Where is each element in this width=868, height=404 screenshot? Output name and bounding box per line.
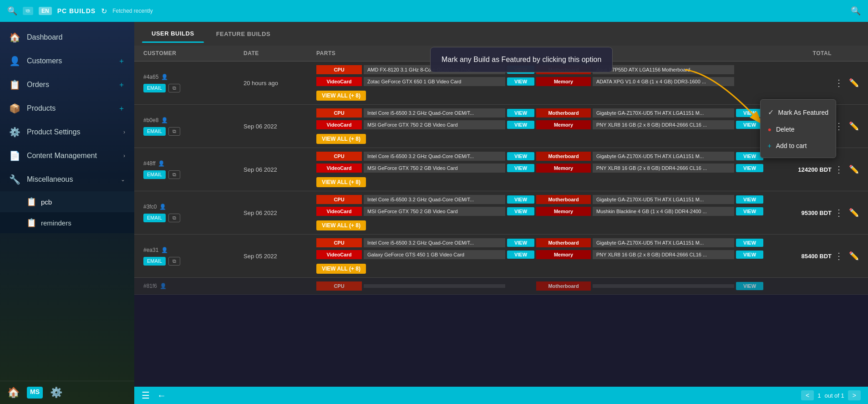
view-vc-button[interactable]: VIEW bbox=[507, 121, 534, 129]
sidebar-item-content-management[interactable]: 📄 Content Management › bbox=[0, 144, 134, 168]
email-button[interactable]: EMAIL bbox=[143, 127, 166, 136]
sidebar-item-orders[interactable]: 📋 Orders ＋ bbox=[0, 73, 134, 97]
tab-feature-builds[interactable]: FEATURE BUILDS bbox=[206, 25, 280, 43]
action-btns: EMAIL ⧉ bbox=[143, 170, 244, 179]
tab-user-builds[interactable]: USER BUILDS bbox=[142, 25, 204, 43]
settings-bottom-icon[interactable]: ⚙️ bbox=[50, 387, 62, 399]
view-mb-button[interactable]: VIEW bbox=[736, 239, 763, 247]
mb-label: Motherboard bbox=[536, 152, 591, 161]
next-page-button[interactable]: > bbox=[848, 390, 861, 400]
build-row-top: #3fc0 👤 EMAIL ⧉ Sep 06 2022 CPU Intel Co… bbox=[134, 191, 868, 234]
more-options-button[interactable]: ⋮ bbox=[832, 162, 845, 177]
view-mb-button[interactable]: VIEW bbox=[736, 195, 763, 204]
view-mb-button[interactable]: VIEW bbox=[736, 282, 763, 290]
sidebar-item-dashboard[interactable]: 🏠 Dashboard bbox=[0, 26, 134, 49]
email-button[interactable]: EMAIL bbox=[143, 214, 166, 222]
top-bar: 🔍 বাং EN PC BUILDS ↻ Fetched recently 🔍 bbox=[0, 0, 868, 22]
view-cpu-button[interactable]: VIEW bbox=[507, 195, 534, 204]
edit-button[interactable]: ✏️ bbox=[849, 121, 859, 131]
ctx-delete-label: Delete bbox=[776, 126, 794, 133]
prev-page-button[interactable]: < bbox=[801, 390, 814, 400]
back-icon[interactable]: ← bbox=[157, 390, 166, 401]
sidebar-item-label: Dashboard bbox=[27, 33, 125, 41]
bottom-bar: ☰ ← < 1 out of 1 > bbox=[134, 387, 868, 404]
add-icon-orders[interactable]: ＋ bbox=[118, 80, 125, 90]
view-vc-button[interactable]: VIEW bbox=[507, 207, 534, 215]
sidebar-item-pcb[interactable]: 📋 pcb bbox=[0, 191, 134, 212]
view-cpu-button[interactable]: VIEW bbox=[507, 109, 534, 117]
sidebar-item-miscellaneous[interactable]: 🔧 Miscellaneous ⌄ bbox=[0, 168, 134, 191]
ms-icon[interactable]: MS bbox=[27, 387, 43, 399]
ctx-delete[interactable]: ● Delete bbox=[761, 121, 836, 138]
videocard-value: MSI GeForce GTX 750 2 GB Video Card bbox=[364, 207, 505, 216]
parts-cell: CPU Motherboard VIEW bbox=[316, 281, 763, 291]
copy-button[interactable]: ⧉ bbox=[168, 257, 180, 266]
part-row: CPU Intel Core i5-6500 3.2 GHz Quad-Core… bbox=[316, 195, 763, 204]
top-bar-right: 🔍 bbox=[851, 6, 861, 16]
action-btns: EMAIL ⧉ bbox=[143, 257, 244, 266]
sidebar-item-customers[interactable]: 👤 Customers ＋ bbox=[0, 49, 134, 73]
cpu-value: Intel Core i5-6500 3.2 GHz Quad-Core OEM… bbox=[364, 108, 505, 118]
view-all-button[interactable]: VIEW ALL (+ 8) bbox=[316, 264, 366, 274]
context-menu: ✓ Mark As Featured ● Delete + Add to car… bbox=[760, 99, 837, 158]
action-btns: EMAIL ⧉ bbox=[143, 127, 244, 136]
parts-cell: CPU Intel Core i5-6500 3.2 GHz Quad-Core… bbox=[316, 195, 763, 230]
ctx-add-to-cart[interactable]: + Add to cart bbox=[761, 138, 836, 154]
view-all-button[interactable]: VIEW ALL (+ 8) bbox=[316, 177, 366, 187]
reminders-icon: 📋 bbox=[26, 218, 36, 228]
more-options-button[interactable]: ⋮ bbox=[832, 205, 845, 220]
page-current: 1 bbox=[817, 392, 821, 399]
tooltip-text: Mark any Build as Featured by clicking t… bbox=[442, 56, 601, 63]
view-vc-button[interactable]: VIEW bbox=[507, 164, 534, 172]
sidebar-item-label: Product Settings bbox=[27, 128, 117, 136]
ctx-mark-featured[interactable]: ✓ Mark As Featured bbox=[761, 103, 836, 121]
sidebar-item-product-settings[interactable]: ⚙️ Product Settings › bbox=[0, 120, 134, 144]
table-row: #3fc0 👤 EMAIL ⧉ Sep 06 2022 CPU Intel Co… bbox=[134, 191, 868, 235]
refresh-icon[interactable]: ↻ bbox=[101, 7, 107, 15]
product-settings-icon: ⚙️ bbox=[9, 127, 20, 138]
sidebar-nav: 🏠 Dashboard 👤 Customers ＋ 📋 Orders ＋ 📦 P… bbox=[0, 22, 134, 381]
add-icon[interactable]: ＋ bbox=[118, 56, 125, 66]
more-options-button[interactable]: ⋮ bbox=[832, 249, 845, 263]
email-button[interactable]: EMAIL bbox=[143, 170, 166, 179]
tooltip-bubble: Mark any Build as Featured by clicking t… bbox=[430, 47, 613, 72]
view-cpu-button[interactable]: VIEW bbox=[507, 239, 534, 247]
email-button[interactable]: EMAIL bbox=[143, 84, 166, 92]
add-icon-products[interactable]: ＋ bbox=[118, 104, 125, 113]
search-icon-right[interactable]: 🔍 bbox=[851, 6, 861, 15]
copy-button[interactable]: ⧉ bbox=[168, 84, 180, 92]
customer-cell: #4a65 👤 EMAIL ⧉ bbox=[143, 74, 244, 92]
view-cpu-button[interactable]: VIEW bbox=[507, 152, 534, 160]
view-mem-button[interactable]: VIEW bbox=[736, 164, 763, 172]
more-options-button[interactable]: ⋮ bbox=[832, 76, 845, 90]
view-mb-button[interactable]: VIEW bbox=[736, 152, 763, 160]
email-button[interactable]: EMAIL bbox=[143, 257, 166, 266]
plus-icon: + bbox=[768, 142, 772, 149]
view-vc-button[interactable]: VIEW bbox=[507, 77, 534, 86]
videocard-label: VideoCard bbox=[316, 207, 362, 216]
copy-button[interactable]: ⧉ bbox=[168, 127, 180, 136]
edit-button[interactable]: ✏️ bbox=[849, 78, 859, 88]
edit-button[interactable]: ✏️ bbox=[849, 208, 859, 218]
edit-button[interactable]: ✏️ bbox=[849, 251, 859, 261]
date-cell: 20 hours ago bbox=[244, 80, 316, 87]
view-all-button[interactable]: VIEW ALL (+ 8) bbox=[316, 134, 366, 144]
lang-bng-btn[interactable]: বাং bbox=[23, 7, 33, 15]
lang-en-btn[interactable]: EN bbox=[39, 7, 52, 15]
sidebar-item-products[interactable]: 📦 Products ＋ bbox=[0, 97, 134, 120]
edit-button[interactable]: ✏️ bbox=[849, 164, 859, 174]
part-row: VideoCard MSI GeForce GTX 750 2 GB Video… bbox=[316, 207, 763, 216]
view-mem-button[interactable]: VIEW bbox=[736, 251, 763, 259]
search-icon-top[interactable]: 🔍 bbox=[7, 6, 17, 16]
date-cell: Sep 06 2022 bbox=[244, 123, 316, 130]
copy-button[interactable]: ⧉ bbox=[168, 170, 180, 179]
copy-button[interactable]: ⧉ bbox=[168, 214, 180, 222]
view-all-button[interactable]: VIEW ALL (+ 8) bbox=[316, 220, 366, 230]
home-bottom-icon[interactable]: 🏠 bbox=[7, 387, 20, 399]
view-vc-button[interactable]: VIEW bbox=[507, 251, 534, 259]
view-mem-button[interactable]: VIEW bbox=[736, 207, 763, 215]
view-all-button[interactable]: VIEW ALL (+ 8) bbox=[316, 91, 366, 101]
customer-cell: #3fc0 👤 EMAIL ⧉ bbox=[143, 204, 244, 222]
sidebar-item-reminders[interactable]: 📋 reminders bbox=[0, 212, 134, 233]
hamburger-icon[interactable]: ☰ bbox=[142, 390, 150, 401]
